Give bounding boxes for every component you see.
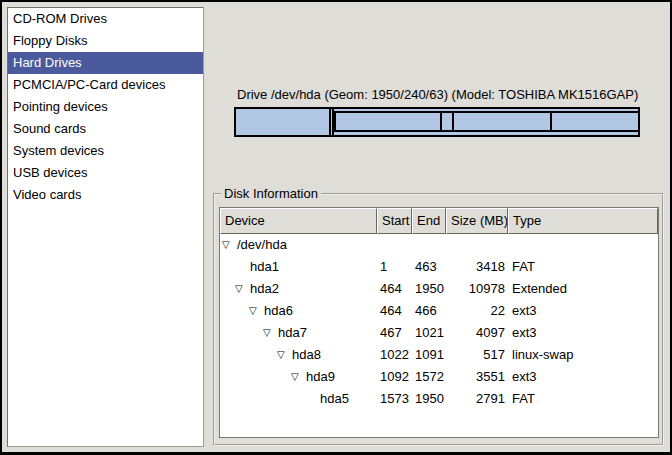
end-cell: 1572 [412,366,446,388]
table-row[interactable]: ▽hda8 1022 1091 517 linux-swap [220,344,658,366]
device-name: hda7 [278,322,307,344]
sidebar-item-sound-cards[interactable]: Sound cards [8,118,203,140]
sidebar-item-video-cards[interactable]: Video cards [8,184,203,206]
table-row[interactable]: ▽hda5 1573 1950 2791 FAT [220,388,658,410]
partition-segment-hda7 [336,113,442,130]
sidebar-item-system-devices[interactable]: System devices [8,140,203,162]
size-cell: 4097 [446,322,508,344]
expander-icon[interactable]: ▽ [235,284,250,294]
start-cell [377,234,412,256]
sidebar-item-pointing-devices[interactable]: Pointing devices [8,96,203,118]
end-cell: 1950 [412,278,446,300]
type-cell: FAT [508,388,658,410]
device-name: hda1 [250,256,279,278]
size-cell [446,234,508,256]
type-cell: ext3 [508,322,658,344]
disk-information-frame-label: Disk Information [221,186,321,202]
partition-segment-hda8 [442,113,454,130]
table-row[interactable]: ▽hda1 1 463 3418 FAT [220,256,658,278]
expander-icon[interactable]: ▽ [249,306,264,316]
device-name: hda6 [264,300,293,322]
expander-icon[interactable]: ▽ [291,372,306,382]
end-cell: 1950 [412,388,446,410]
logical-partitions-strip [334,111,638,132]
type-cell: linux-swap [508,344,658,366]
device-name: hda8 [292,344,321,366]
end-cell: 466 [412,300,446,322]
table-header-row: Device Start End Size (MB) Type [220,208,658,234]
column-header-size[interactable]: Size (MB) [446,208,508,234]
table-row[interactable]: ▽hda9 1092 1572 3551 ext3 [220,366,658,388]
expander-icon[interactable]: ▽ [222,240,237,250]
partition-segment-hda5 [552,113,638,130]
size-cell: 22 [446,300,508,322]
device-name: hda2 [250,278,279,300]
end-cell [412,234,446,256]
size-cell: 517 [446,344,508,366]
size-cell: 3418 [446,256,508,278]
expander-icon[interactable]: ▽ [277,350,292,360]
start-cell: 1022 [377,344,412,366]
type-cell: ext3 [508,366,658,388]
end-cell: 1021 [412,322,446,344]
start-cell: 1573 [377,388,412,410]
end-cell: 1091 [412,344,446,366]
device-category-list: CD-ROM Drives Floppy Disks Hard Drives P… [7,7,204,447]
expander-icon[interactable]: ▽ [263,328,278,338]
type-cell: Extended [508,278,658,300]
start-cell: 1092 [377,366,412,388]
table-row[interactable]: ▽/dev/hda [220,234,658,256]
partition-segment-hda2-extended [332,109,638,135]
device-name: /dev/hda [237,234,287,256]
start-cell: 1 [377,256,412,278]
end-cell: 463 [412,256,446,278]
sidebar-item-pcmcia-devices[interactable]: PCMCIA/PC-Card devices [8,74,203,96]
disk-information-table: Device Start End Size (MB) Type ▽/dev/hd… [219,207,659,438]
sidebar-item-floppy-disks[interactable]: Floppy Disks [8,30,203,52]
column-header-end[interactable]: End [412,208,446,234]
partition-segment-hda1 [236,109,331,135]
size-cell: 10978 [446,278,508,300]
type-cell: ext3 [508,300,658,322]
column-header-type[interactable]: Type [508,208,658,234]
table-row[interactable]: ▽hda2 464 1950 10978 Extended [220,278,658,300]
sidebar-item-cdrom-drives[interactable]: CD-ROM Drives [8,8,203,30]
partition-bar [234,107,640,137]
device-name: hda5 [320,388,349,410]
size-cell: 3551 [446,366,508,388]
sidebar-item-hard-drives[interactable]: Hard Drives [8,52,203,74]
partition-segment-hda9 [454,113,552,130]
start-cell: 464 [377,300,412,322]
type-cell [508,234,658,256]
hardware-browser-window: CD-ROM Drives Floppy Disks Hard Drives P… [2,2,670,452]
size-cell: 2791 [446,388,508,410]
start-cell: 467 [377,322,412,344]
sidebar-item-usb-devices[interactable]: USB devices [8,162,203,184]
table-row[interactable]: ▽hda7 467 1021 4097 ext3 [220,322,658,344]
drive-title: Drive /dev/hda (Geom: 1950/240/63) (Mode… [237,87,638,102]
start-cell: 464 [377,278,412,300]
device-name: hda9 [306,366,335,388]
disk-information-frame: Disk Information Device Start End Size (… [213,193,664,446]
type-cell: FAT [508,256,658,278]
table-row[interactable]: ▽hda6 464 466 22 ext3 [220,300,658,322]
column-header-start[interactable]: Start [377,208,412,234]
column-header-device[interactable]: Device [220,208,377,234]
